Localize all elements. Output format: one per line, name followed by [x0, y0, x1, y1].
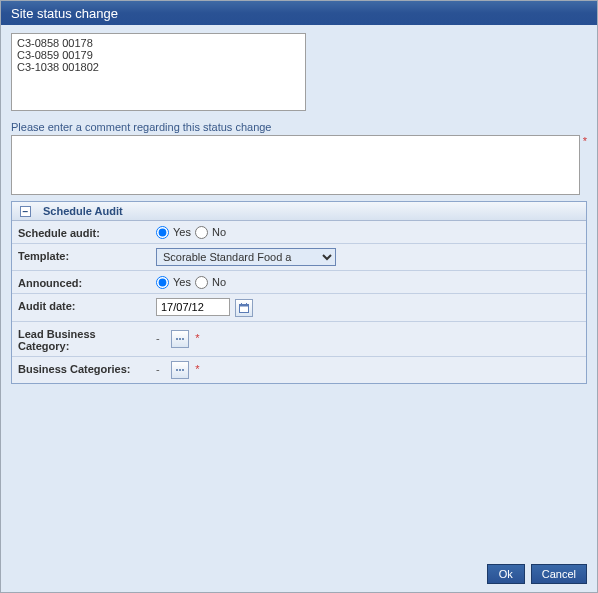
svg-point-6	[182, 338, 184, 340]
calendar-icon[interactable]	[235, 299, 253, 317]
row-audit-date: Audit date:	[12, 294, 586, 322]
business-categories-picker-icon[interactable]	[171, 361, 189, 379]
announced-radios: Yes No	[156, 276, 580, 289]
dialog-body: C3-0858 00178 C3-0859 00179 C3-1038 0018…	[1, 25, 597, 558]
svg-point-9	[182, 369, 184, 371]
site-list-box[interactable]: C3-0858 00178 C3-0859 00179 C3-1038 0018…	[11, 33, 306, 111]
dialog-titlebar: Site status change	[1, 1, 597, 25]
template-select[interactable]: Scorable Standard Food a	[156, 248, 336, 266]
comment-label: Please enter a comment regarding this st…	[11, 121, 587, 133]
site-status-change-dialog: Site status change C3-0858 00178 C3-0859…	[0, 0, 598, 593]
announced-yes-text: Yes	[173, 276, 191, 288]
svg-rect-1	[240, 305, 249, 307]
schedule-audit-yes-label[interactable]: Yes	[156, 226, 191, 239]
template-label: Template:	[12, 244, 150, 271]
row-business-categories: Business Categories: - *	[12, 357, 586, 384]
announced-no-label[interactable]: No	[195, 276, 226, 289]
business-categories-required-mark: *	[195, 363, 199, 375]
panel-header: − Schedule Audit	[12, 202, 586, 221]
audit-date-input[interactable]	[156, 298, 230, 316]
row-schedule-audit: Schedule audit: Yes No	[12, 221, 586, 244]
dialog-footer: Ok Cancel	[1, 558, 597, 592]
schedule-audit-label: Schedule audit:	[12, 221, 150, 244]
svg-rect-2	[241, 303, 242, 305]
dialog-title: Site status change	[11, 6, 118, 21]
lead-business-category-value: -	[156, 332, 166, 344]
announced-no-radio[interactable]	[195, 276, 208, 289]
business-categories-label: Business Categories:	[12, 357, 150, 384]
panel-title: Schedule Audit	[43, 205, 123, 217]
row-lead-business-category: Lead Business Category: - *	[12, 322, 586, 357]
collapse-icon[interactable]: −	[20, 206, 31, 217]
announced-yes-label[interactable]: Yes	[156, 276, 191, 289]
schedule-audit-no-radio[interactable]	[195, 226, 208, 239]
schedule-audit-no-text: No	[212, 226, 226, 238]
schedule-audit-no-label[interactable]: No	[195, 226, 226, 239]
announced-yes-radio[interactable]	[156, 276, 169, 289]
row-announced: Announced: Yes No	[12, 271, 586, 294]
schedule-audit-yes-radio[interactable]	[156, 226, 169, 239]
cancel-button[interactable]: Cancel	[531, 564, 587, 584]
lead-business-category-required-mark: *	[195, 332, 199, 344]
schedule-audit-yes-text: Yes	[173, 226, 191, 238]
announced-label: Announced:	[12, 271, 150, 294]
form-table: Schedule audit: Yes No	[12, 221, 586, 383]
row-template: Template: Scorable Standard Food a	[12, 244, 586, 271]
comment-textarea[interactable]	[11, 135, 580, 195]
ok-button[interactable]: Ok	[487, 564, 525, 584]
svg-point-5	[179, 338, 181, 340]
svg-rect-3	[246, 303, 247, 305]
schedule-audit-radios: Yes No	[156, 226, 580, 239]
lead-business-category-label: Lead Business Category:	[12, 322, 150, 357]
schedule-audit-panel: − Schedule Audit Schedule audit: Yes	[11, 201, 587, 384]
lead-business-category-picker-icon[interactable]	[171, 330, 189, 348]
comment-required-mark: *	[583, 135, 587, 147]
svg-point-4	[176, 338, 178, 340]
svg-point-7	[176, 369, 178, 371]
announced-no-text: No	[212, 276, 226, 288]
comment-wrap: *	[11, 135, 587, 195]
business-categories-value: -	[156, 363, 166, 375]
audit-date-label: Audit date:	[12, 294, 150, 322]
svg-point-8	[179, 369, 181, 371]
